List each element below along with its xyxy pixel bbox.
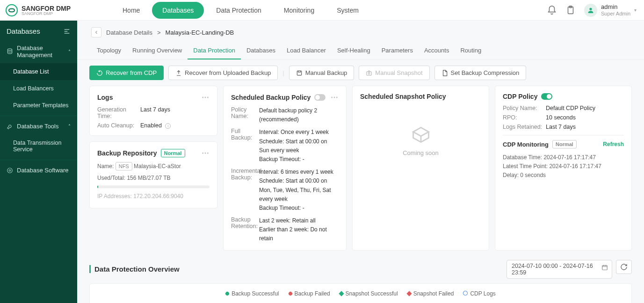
back-button[interactable] [91, 27, 101, 37]
save-icon [296, 70, 303, 76]
crumb-db: Malaysia-EC-Landing-DB [166, 29, 234, 36]
manual-backup-button[interactable]: Manual Backup [289, 66, 355, 80]
upload-icon [175, 70, 182, 76]
card-menu-icon[interactable]: ⋯ [202, 93, 210, 102]
empty-box-icon [411, 124, 431, 145]
scheduled-backup-card: Scheduled Backup Policy ⋯ Policy Name: D… [223, 86, 347, 251]
label: RPO: [503, 114, 546, 121]
bell-icon[interactable] [547, 5, 557, 15]
sidebar-item-database-list[interactable]: Database List [0, 63, 77, 80]
sidebar-section-tools[interactable]: Database Tools ˄ [0, 118, 77, 134]
value: Interval: 6 times every 1 week Schedule:… [259, 168, 339, 213]
button-label: Recover from Uploaded Backup [185, 69, 271, 76]
nav-system[interactable]: System [326, 2, 369, 19]
date-range-input[interactable]: 2024-07-10 00:00 - 2024-07-16 23:59 [507, 260, 612, 279]
nav-databases[interactable]: Databases [152, 2, 204, 19]
manual-snapshot-button[interactable]: Manual Snapshot [359, 66, 429, 80]
repo-ip-row: IP Addresses: 172.20.204.66:9040 [97, 192, 210, 201]
tab-topology[interactable]: Topology [91, 42, 127, 59]
tab-accounts[interactable]: Accounts [419, 42, 455, 59]
tab-load-balancer[interactable]: Load Balancer [281, 42, 332, 59]
usage-progress [97, 185, 210, 188]
wrench-icon [7, 123, 13, 130]
tab-databases[interactable]: Databases [241, 42, 281, 59]
button-label: Manual Backup [305, 69, 347, 76]
nav-home[interactable]: Home [112, 2, 150, 19]
scheduled-snapshot-card: Scheduled Snapshot Policy Coming soon [352, 86, 489, 251]
chart-legend: Backup Successful Backup Failed Snapshot… [93, 290, 629, 297]
button-label: Recover from CDP [106, 69, 157, 76]
tab-running-overview[interactable]: Running Overview [127, 42, 188, 59]
crumb-details[interactable]: Database Details [106, 29, 152, 36]
label: Auto Cleanup: [97, 122, 140, 129]
legend-snapshot-successful: Snapshot Successful [340, 290, 398, 297]
sidebar-item-load-balancers[interactable]: Load Balancers [0, 80, 77, 97]
clipboard-icon[interactable] [565, 5, 576, 15]
recover-from-uploaded-button[interactable]: Recover from Uploaded Backup [168, 66, 278, 80]
restore-icon [96, 70, 103, 76]
policy-toggle[interactable] [314, 94, 326, 101]
card-title: Logs [97, 94, 113, 101]
sidebar-item-parameter-templates[interactable]: Parameter Templates [0, 97, 77, 114]
crumb-sep: > [157, 29, 161, 36]
value: Interval: Once every 1 week Schedule: St… [259, 128, 339, 164]
divider [0, 160, 77, 160]
user-icon [587, 7, 594, 14]
user-name: admin [601, 4, 630, 11]
sidebar-item-data-transmission[interactable]: Data Transmission Service [0, 134, 77, 158]
refresh-link[interactable]: Refresh [603, 141, 624, 148]
refresh-button[interactable] [616, 260, 632, 274]
repo-name-row: Name: NFS Malaysia-EC-aStor [97, 162, 210, 171]
user-menu[interactable]: admin Super Admin ▾ [584, 4, 637, 17]
nav-monitoring[interactable]: Monitoring [274, 2, 325, 19]
value: Default CDP Policy [546, 105, 624, 111]
cdp-monitoring-title: CDP Monitoring [503, 141, 549, 148]
svg-rect-8 [367, 72, 372, 75]
status-badge: Normal [552, 140, 577, 148]
backup-repository-card: Backup Repository Normal ⋯ Name: NFS Mal… [89, 141, 217, 208]
status-badge: Normal [161, 149, 185, 157]
svg-point-0 [6, 5, 17, 16]
svg-point-6 [9, 170, 11, 171]
value: Default backup policy 2 (recommended) [259, 106, 339, 124]
sidebar-collapse-icon[interactable] [63, 28, 71, 35]
info-icon[interactable]: i [165, 123, 171, 129]
sidebar-item-database-software[interactable]: Database Software [0, 162, 77, 178]
label: Name: [97, 163, 114, 170]
value: Last 7 days [140, 106, 210, 119]
nfs-tag: NFS [116, 162, 132, 170]
chevron-up-icon: ˄ [68, 124, 71, 129]
cdp-policy-toggle[interactable] [541, 93, 552, 100]
recover-from-cdp-button[interactable]: Recover from CDP [89, 66, 164, 80]
legend-snapshot-failed: Snapshot Failed [407, 290, 454, 297]
label: Logs Retained: [503, 124, 546, 130]
set-compression-button[interactable]: Set Backup Compression [434, 66, 527, 80]
nav-data-protection[interactable]: Data Protection [206, 2, 272, 19]
logo-icon [5, 3, 19, 17]
logo: SANGFOR DMP SANGFOR DMP [5, 3, 98, 17]
card-menu-icon[interactable]: ⋯ [331, 93, 339, 102]
tab-routing[interactable]: Routing [455, 42, 487, 59]
value: Malaysia-EC-aStor [134, 163, 181, 170]
card-menu-icon[interactable]: ⋯ [202, 148, 210, 157]
content: Recover from CDP Recover from Uploaded B… [77, 60, 644, 303]
toolbar: Recover from CDP Recover from Uploaded B… [89, 66, 632, 80]
cards-grid: Logs ⋯ Generation Time: Last 7 days Auto… [89, 86, 632, 251]
tab-data-protection[interactable]: Data Protection [188, 42, 241, 59]
cards-left-column: Logs ⋯ Generation Time: Last 7 days Auto… [89, 86, 217, 251]
legend-backup-successful: Backup Successful [225, 290, 279, 297]
toolbar-divider: | [282, 69, 284, 76]
svg-rect-10 [602, 266, 608, 270]
refresh-icon [620, 263, 628, 271]
topbar-right: admin Super Admin ▾ [547, 4, 637, 17]
sidebar-section-label: Database Management [17, 44, 65, 59]
label: Used/Total: [97, 175, 125, 181]
tab-parameters[interactable]: Parameters [376, 42, 419, 59]
tab-self-healing[interactable]: Self-Healing [332, 42, 376, 59]
value: 2024-07-16 17:17:47 [543, 154, 595, 161]
value: 0 seconds [520, 172, 546, 178]
date-range-value: 2024-07-10 00:00 - 2024-07-16 23:59 [512, 263, 593, 276]
svg-point-9 [369, 72, 370, 74]
card-title: CDP Policy [503, 93, 537, 100]
sidebar-section-management[interactable]: Database Management ˄ [0, 40, 77, 63]
